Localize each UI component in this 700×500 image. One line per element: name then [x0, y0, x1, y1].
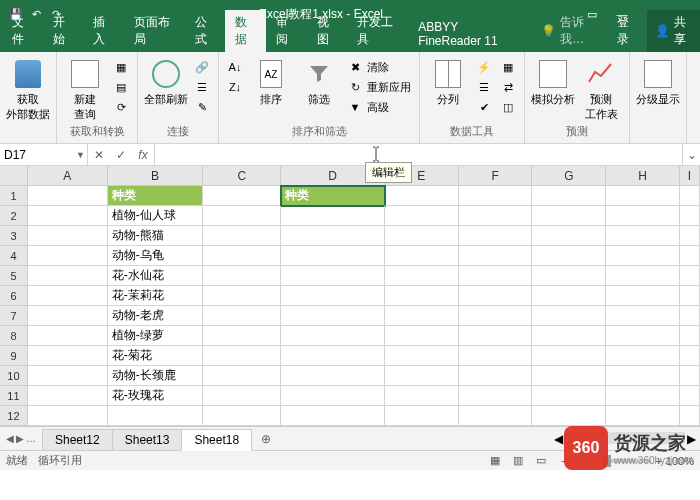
- cell[interactable]: [606, 266, 680, 286]
- cell[interactable]: [281, 386, 385, 406]
- row-header[interactable]: 10: [0, 366, 28, 386]
- add-sheet-button[interactable]: ⊕: [251, 432, 281, 446]
- cell[interactable]: [459, 286, 533, 306]
- filter-button[interactable]: 筛选: [297, 58, 341, 107]
- cell[interactable]: [281, 246, 385, 266]
- reapply-button[interactable]: ↻重新应用: [345, 78, 413, 96]
- cell[interactable]: [28, 226, 108, 246]
- cell[interactable]: [28, 246, 108, 266]
- sheet-tab[interactable]: Sheet18: [181, 429, 252, 451]
- tab-abbyy[interactable]: ABBYY FineReader 11: [408, 16, 533, 52]
- cell[interactable]: [281, 226, 385, 246]
- cell[interactable]: [459, 386, 533, 406]
- cell[interactable]: 动物-乌龟: [108, 246, 204, 266]
- cell[interactable]: [203, 366, 281, 386]
- cell[interactable]: [385, 206, 459, 226]
- select-all-corner[interactable]: [0, 166, 28, 185]
- cell[interactable]: 动物-熊猫: [108, 226, 204, 246]
- cell[interactable]: [459, 206, 533, 226]
- cell[interactable]: [532, 206, 606, 226]
- row-header[interactable]: 8: [0, 326, 28, 346]
- cell[interactable]: [532, 186, 606, 206]
- cell[interactable]: [281, 346, 385, 366]
- cell[interactable]: [385, 306, 459, 326]
- cell[interactable]: [28, 326, 108, 346]
- cell[interactable]: [606, 226, 680, 246]
- data-valid-button[interactable]: ✔: [474, 98, 494, 116]
- cell[interactable]: [203, 306, 281, 326]
- cell[interactable]: [385, 366, 459, 386]
- cell[interactable]: [281, 306, 385, 326]
- cell[interactable]: 动物-长颈鹿: [108, 366, 204, 386]
- new-query-button[interactable]: 新建 查询: [63, 58, 107, 122]
- cancel-icon[interactable]: ✕: [88, 148, 110, 162]
- hscroll-left[interactable]: ◀: [554, 432, 563, 446]
- row-header[interactable]: 7: [0, 306, 28, 326]
- zoom-slider[interactable]: [571, 459, 651, 463]
- cell[interactable]: [203, 346, 281, 366]
- cell[interactable]: [203, 206, 281, 226]
- cell[interactable]: [28, 406, 108, 426]
- cell[interactable]: [606, 386, 680, 406]
- zoom-in-icon[interactable]: +: [655, 455, 661, 467]
- cell[interactable]: [108, 406, 204, 426]
- cell[interactable]: [680, 246, 700, 266]
- cell[interactable]: [606, 286, 680, 306]
- cell[interactable]: [203, 186, 281, 206]
- col-header[interactable]: I: [680, 166, 700, 185]
- cell[interactable]: [28, 266, 108, 286]
- cell[interactable]: [532, 266, 606, 286]
- cell[interactable]: [459, 406, 533, 426]
- get-external-data-button[interactable]: 获取 外部数据: [6, 58, 50, 122]
- col-header[interactable]: C: [203, 166, 281, 185]
- sheet-nav-more[interactable]: …: [26, 433, 36, 444]
- cell[interactable]: [680, 346, 700, 366]
- expand-formula-bar[interactable]: ⌄: [682, 144, 700, 165]
- tab-data[interactable]: 数据: [225, 10, 266, 52]
- refresh-all-button[interactable]: 全部刷新: [144, 58, 188, 107]
- manage-model-button[interactable]: ◫: [498, 98, 518, 116]
- sort-button[interactable]: AZ 排序: [249, 58, 293, 107]
- cell[interactable]: [459, 326, 533, 346]
- tab-file[interactable]: 文件: [2, 10, 43, 52]
- cell[interactable]: [680, 326, 700, 346]
- cell[interactable]: [203, 326, 281, 346]
- cell[interactable]: 花-菊花: [108, 346, 204, 366]
- cell[interactable]: [680, 186, 700, 206]
- row-header[interactable]: 1: [0, 186, 28, 206]
- cell[interactable]: [532, 226, 606, 246]
- clear-filter-button[interactable]: ✖清除: [345, 58, 413, 76]
- page-layout-icon[interactable]: ▥: [508, 454, 528, 467]
- cell[interactable]: [281, 206, 385, 226]
- cell[interactable]: [28, 286, 108, 306]
- cell[interactable]: [385, 246, 459, 266]
- cell[interactable]: [28, 306, 108, 326]
- cell[interactable]: [28, 366, 108, 386]
- recent-sources-button[interactable]: ⟳: [111, 98, 131, 116]
- cell[interactable]: [459, 266, 533, 286]
- row-header[interactable]: 3: [0, 226, 28, 246]
- cell[interactable]: [606, 366, 680, 386]
- cell[interactable]: [28, 206, 108, 226]
- cell[interactable]: [680, 306, 700, 326]
- col-header[interactable]: H: [606, 166, 680, 185]
- cell[interactable]: [28, 186, 108, 206]
- name-box[interactable]: D17 ▼: [0, 144, 88, 165]
- cell[interactable]: [459, 246, 533, 266]
- cell[interactable]: [203, 246, 281, 266]
- cell[interactable]: [28, 346, 108, 366]
- connections-button[interactable]: 🔗: [192, 58, 212, 76]
- cell[interactable]: 花-茉莉花: [108, 286, 204, 306]
- cell[interactable]: [532, 406, 606, 426]
- row-header[interactable]: 2: [0, 206, 28, 226]
- cell[interactable]: [680, 286, 700, 306]
- cell[interactable]: [203, 386, 281, 406]
- zoom-level[interactable]: 100%: [666, 455, 694, 467]
- cell[interactable]: [459, 366, 533, 386]
- cell[interactable]: [385, 186, 459, 206]
- hscroll-right[interactable]: ▶: [687, 432, 696, 446]
- edit-links-button[interactable]: ✎: [192, 98, 212, 116]
- cell[interactable]: [606, 326, 680, 346]
- cell[interactable]: 种类: [281, 186, 385, 206]
- cell[interactable]: [459, 186, 533, 206]
